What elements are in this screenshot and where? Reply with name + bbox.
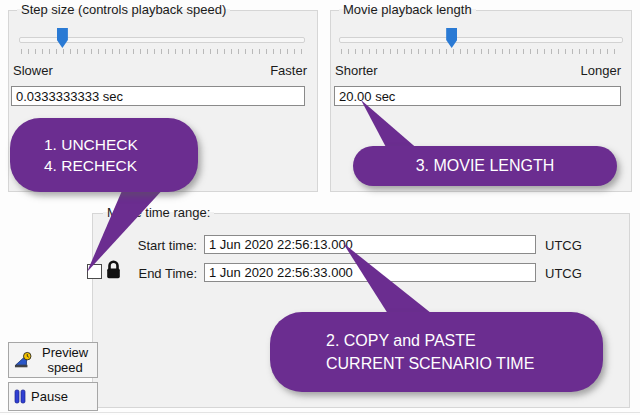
end-time-input[interactable] (204, 263, 536, 282)
slower-label: Slower (13, 63, 53, 78)
playback-length-slider-thumb[interactable] (446, 28, 457, 48)
step-size-input[interactable] (11, 86, 305, 106)
callout-uncheck-recheck: 1. UNCHECK 4. RECHECK (10, 118, 198, 192)
playback-length-slider-track[interactable] (339, 37, 623, 43)
time-range-lock-checkbox[interactable] (87, 264, 102, 279)
callout-2-line-2: CURRENT SCENARIO TIME (326, 352, 603, 375)
shorter-label: Shorter (335, 63, 378, 78)
faster-label: Faster (270, 63, 307, 78)
end-time-units-label: UTCG (545, 266, 582, 281)
preview-speed-button-label: Preview speed (38, 345, 92, 375)
pause-button-label: Pause (31, 389, 68, 404)
lock-icon (103, 259, 124, 280)
movie-time-range-title: Movie time range: (103, 205, 214, 220)
preview-speed-icon (14, 351, 33, 369)
panel-bottom-divider (0, 412, 640, 413)
playback-length-group-title: Movie playback length (339, 2, 476, 17)
step-size-slider-thumb[interactable] (57, 28, 68, 48)
start-time-units-label: UTCG (545, 238, 582, 253)
longer-label: Longer (581, 63, 621, 78)
playback-length-input[interactable] (334, 86, 621, 106)
movie-settings-panel: Step size (controls playback speed) Slow… (0, 0, 640, 415)
pause-icon (14, 389, 26, 404)
callout-2-line-1: 2. COPY and PASTE (326, 329, 603, 352)
pause-button[interactable]: Pause (8, 382, 98, 411)
callout-movie-length: 3. MOVIE LENGTH (353, 146, 617, 186)
callout-1-line-2: 4. RECHECK (44, 155, 198, 176)
playback-length-slider-ticks (341, 49, 621, 54)
playback-length-slider[interactable] (339, 28, 623, 64)
preview-speed-button[interactable]: Preview speed (8, 342, 98, 378)
callout-3-line-1: 3. MOVIE LENGTH (416, 157, 555, 175)
step-size-slider[interactable] (19, 28, 305, 64)
callout-1-line-1: 1. UNCHECK (44, 134, 198, 155)
callout-copy-paste-time: 2. COPY and PASTE CURRENT SCENARIO TIME (270, 312, 603, 392)
step-size-group-title: Step size (controls playback speed) (17, 2, 230, 17)
start-time-label: Start time: (131, 238, 197, 253)
end-time-label: End Time: (131, 266, 197, 281)
step-size-slider-ticks (21, 49, 303, 54)
start-time-input[interactable] (204, 235, 536, 254)
